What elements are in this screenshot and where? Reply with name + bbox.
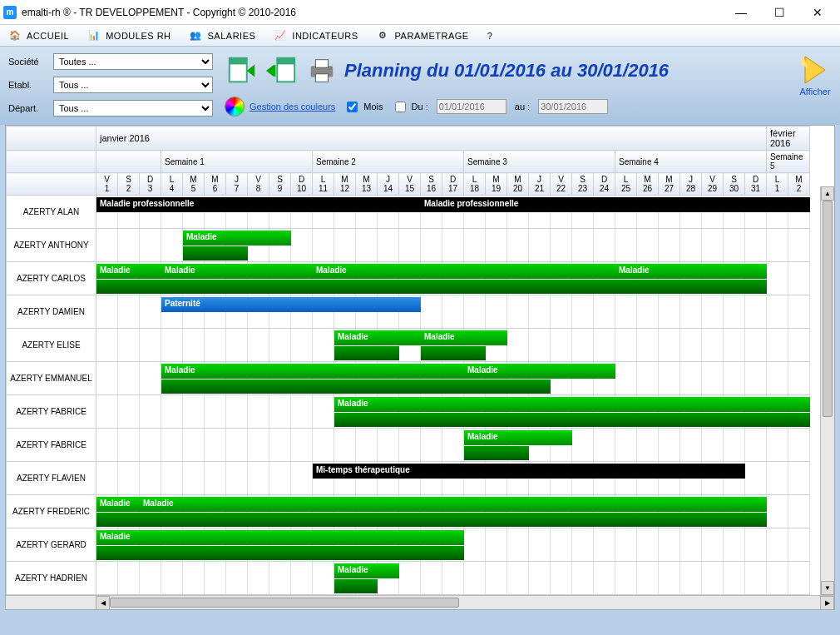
absence-bar-overlay xyxy=(334,413,810,427)
absence-bar[interactable]: Maladie xyxy=(421,330,507,345)
week-header: Semaine 5 xyxy=(767,151,810,173)
table-row: AZERTY ELISEMaladieMaladie xyxy=(7,329,810,362)
menu-accueil[interactable]: 🏠 ACCUEIL xyxy=(5,27,72,44)
filter-panel: Société Toutes ... Etabl. Tous ... Dépar… xyxy=(8,53,213,117)
scroll-right-icon[interactable]: ▶ xyxy=(820,596,834,610)
menu-help-label: ? xyxy=(487,31,493,41)
scroll-left-icon[interactable]: ◀ xyxy=(96,596,110,610)
absence-bar[interactable]: Maladie xyxy=(96,530,464,545)
mois-checkbox-wrap[interactable]: Mois xyxy=(343,99,383,115)
afficher-button[interactable]: Afficher xyxy=(798,53,832,97)
toolbar: Société Toutes ... Etabl. Tous ... Dépar… xyxy=(0,47,840,125)
menu-help[interactable]: ? xyxy=(484,29,497,42)
date-from-input[interactable] xyxy=(437,99,506,114)
absence-bar-overlay xyxy=(464,446,529,460)
absence-bar[interactable]: Maladie xyxy=(183,231,291,246)
absence-bar[interactable]: Maladie xyxy=(161,364,464,379)
day-header: S16 xyxy=(421,173,442,196)
week-header: Semaine 3 xyxy=(464,151,615,173)
day-header: M6 xyxy=(205,173,226,196)
color-management-link[interactable]: Gestion des couleurs xyxy=(225,97,335,117)
day-header: J21 xyxy=(529,173,551,196)
employee-name: AZERTY CARLOS xyxy=(7,262,96,295)
absence-bar[interactable]: Maladie xyxy=(96,264,161,279)
day-header: M26 xyxy=(637,173,659,196)
absence-bar-overlay xyxy=(334,579,378,593)
absence-bar[interactable]: Maladie xyxy=(334,397,810,412)
absence-bar-overlay xyxy=(615,280,767,294)
absence-bar-overlay xyxy=(313,280,615,294)
absence-bar[interactable]: Maladie xyxy=(464,364,615,379)
color-wheel-icon xyxy=(225,97,245,117)
day-header: M20 xyxy=(507,173,529,196)
scroll-up-icon[interactable]: ▲ xyxy=(821,186,834,201)
menu-salaries[interactable]: 👥 SALARIES xyxy=(186,27,259,44)
modules-icon: 📊 xyxy=(87,29,101,42)
depart-select[interactable]: Tous ... xyxy=(53,100,213,117)
societe-select[interactable]: Toutes ... xyxy=(53,53,213,70)
vertical-scrollbar[interactable]: ▲ ▼ xyxy=(820,186,834,595)
employee-name: AZERTY FABRICE xyxy=(7,429,96,462)
etabl-label: Etabl. xyxy=(8,80,48,90)
absence-bar[interactable]: Maladie xyxy=(313,264,615,279)
svg-rect-6 xyxy=(315,74,328,82)
menu-parametrage[interactable]: ⚙ PARAMETRAGE xyxy=(373,27,472,44)
menu-indicateurs[interactable]: 📈 INDICATEURS xyxy=(270,27,361,44)
absence-bar[interactable]: Maladie xyxy=(464,430,572,445)
employee-name: AZERTY GERARD xyxy=(7,528,96,562)
maximize-button[interactable]: ☐ xyxy=(760,0,798,25)
day-header: M2 xyxy=(788,173,810,196)
absence-bar[interactable]: Maladie xyxy=(161,264,313,279)
day-header: M13 xyxy=(356,173,378,196)
du-checkbox-wrap[interactable]: Du : xyxy=(392,99,428,115)
mois-checkbox[interactable] xyxy=(347,102,358,112)
absence-bar[interactable]: Maladie xyxy=(96,497,140,512)
absence-bar[interactable]: Maladie professionnelle xyxy=(96,197,421,212)
scroll-down-icon[interactable]: ▼ xyxy=(821,581,834,595)
close-button[interactable]: ✕ xyxy=(798,0,837,25)
absence-bar[interactable]: Maladie xyxy=(140,497,767,512)
week-header: Semaine 2 xyxy=(313,151,464,173)
vscroll-thumb[interactable] xyxy=(823,201,833,417)
next-period-button[interactable] xyxy=(264,53,299,88)
mois-label: Mois xyxy=(363,102,383,112)
absence-bar[interactable]: Maladie professionnelle xyxy=(421,197,810,212)
absence-bar-overlay xyxy=(96,280,161,294)
absence-bar[interactable]: Paternité xyxy=(161,297,421,312)
table-row: AZERTY FABRICEMaladie xyxy=(7,429,810,462)
day-header: L11 xyxy=(313,173,334,196)
salaries-icon: 👥 xyxy=(190,29,203,42)
etabl-select[interactable]: Tous ... xyxy=(53,77,213,93)
absence-bar[interactable]: Mi-temps thérapeutique xyxy=(313,464,745,479)
employee-name: AZERTY HADRIEN xyxy=(7,562,96,595)
absence-bar[interactable]: Maladie xyxy=(334,330,421,345)
absence-bar[interactable]: Maladie xyxy=(334,563,399,578)
absence-bar[interactable]: Maladie xyxy=(615,264,767,279)
table-row: AZERTY FLAVIENMi-temps thérapeutique xyxy=(7,462,810,495)
du-label: Du : xyxy=(412,102,428,112)
hscroll-thumb[interactable] xyxy=(110,598,459,608)
date-to-input[interactable] xyxy=(538,99,608,114)
month-header-fev: février 2016 xyxy=(767,127,810,151)
day-header: V29 xyxy=(702,173,724,196)
table-row: AZERTY EMMANUELMaladieMaladie xyxy=(7,362,810,395)
minimize-button[interactable]: — xyxy=(722,0,760,25)
week-header: Semaine 4 xyxy=(615,151,767,173)
day-header: V22 xyxy=(551,173,572,196)
print-button[interactable] xyxy=(304,53,339,88)
color-link-label: Gestion des couleurs xyxy=(250,102,335,112)
menu-indicateurs-label: INDICATEURS xyxy=(292,31,358,41)
week-header: Semaine 1 xyxy=(161,151,313,173)
menu-modules-label: MODULES RH xyxy=(106,31,170,41)
prev-period-button[interactable] xyxy=(225,53,259,88)
menu-modules[interactable]: 📊 MODULES RH xyxy=(84,27,174,44)
au-label: au : xyxy=(515,102,530,112)
refresh-icon xyxy=(798,53,832,87)
menu-salaries-label: SALARIES xyxy=(208,31,256,41)
employee-name: AZERTY ALAN xyxy=(7,196,96,229)
calendar-next-icon xyxy=(266,55,298,87)
day-header: L1 xyxy=(767,173,788,196)
day-header: S30 xyxy=(724,173,745,196)
du-checkbox[interactable] xyxy=(395,102,406,112)
horizontal-scrollbar[interactable]: ◀ ▶ xyxy=(6,595,834,609)
